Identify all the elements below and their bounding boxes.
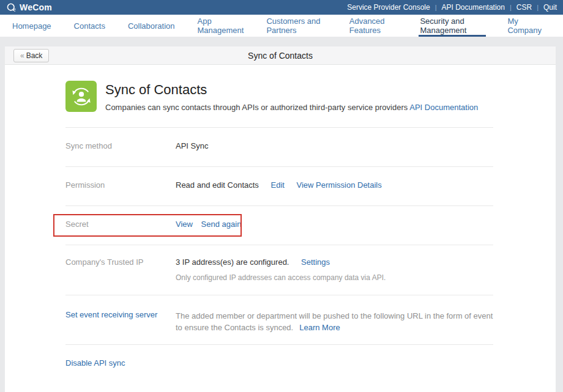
permission-value: Read and edit Contacts xyxy=(176,180,259,190)
service-provider-console-link[interactable]: Service Provider Console xyxy=(347,3,430,12)
view-secret-link[interactable]: View xyxy=(176,220,193,229)
sync-method-value: API Sync xyxy=(176,141,208,150)
topbar-links: Service Provider Console | API Documenta… xyxy=(347,3,557,12)
nav-security-and-management[interactable]: Security and Management xyxy=(419,15,486,37)
secret-label: Secret xyxy=(65,220,176,229)
separator: | xyxy=(435,4,437,11)
brand-name: WeCom xyxy=(20,2,52,12)
trusted-ip-value: 3 IP address(es) are configured. xyxy=(176,257,289,267)
separator: | xyxy=(537,4,539,11)
nav-contacts[interactable]: Contacts xyxy=(73,15,106,37)
wecom-logo-icon xyxy=(6,2,17,13)
event-server-row: Set event receiving server The added mem… xyxy=(65,295,493,345)
main-nav: Homepage Contacts Collaboration App Mana… xyxy=(0,15,563,37)
nav-collaboration[interactable]: Collaboration xyxy=(127,15,176,37)
csr-link[interactable]: CSR xyxy=(516,3,532,12)
page-background: «Back Sync of Contacts xyxy=(0,37,563,392)
edit-permission-link[interactable]: Edit xyxy=(271,180,285,190)
api-documentation-link[interactable]: API Documentation xyxy=(409,103,478,112)
sync-method-row: Sync method API Sync xyxy=(65,128,493,167)
panel-titlebar: «Back Sync of Contacts xyxy=(5,46,556,65)
send-again-link[interactable]: Send again xyxy=(201,220,242,229)
trusted-ip-label: Company's Trusted IP xyxy=(65,257,176,282)
api-documentation-link[interactable]: API Documentation xyxy=(442,3,505,12)
trusted-ip-settings-link[interactable]: Settings xyxy=(301,257,330,267)
back-label: Back xyxy=(26,51,43,60)
trusted-ip-hint: Only configured IP addresses can access … xyxy=(176,273,386,282)
view-permission-details-link[interactable]: View Permission Details xyxy=(297,180,382,190)
nav-customers-and-partners[interactable]: Customers and Partners xyxy=(265,15,327,37)
header-title: Sync of Contacts xyxy=(105,82,478,98)
nav-app-management[interactable]: App Management xyxy=(196,15,245,37)
sync-method-label: Sync method xyxy=(65,141,176,150)
secret-row: Secret View Send again xyxy=(65,206,493,245)
header-subtitle: Companies can sync contacts through APIs… xyxy=(105,103,408,112)
disable-api-sync-row: Disable API sync xyxy=(65,345,493,383)
nav-advanced-features[interactable]: Advanced Features xyxy=(348,15,399,37)
permission-row: Permission Read and edit Contacts Edit V… xyxy=(65,167,493,206)
content-panel: «Back Sync of Contacts xyxy=(5,46,556,392)
nav-homepage[interactable]: Homepage xyxy=(11,15,53,37)
back-arrow-icon: « xyxy=(20,51,24,60)
learn-more-link[interactable]: Learn More xyxy=(299,323,340,332)
sync-contacts-icon xyxy=(65,81,97,112)
content-area: Sync of Contacts Companies can sync cont… xyxy=(5,65,556,383)
quit-link[interactable]: Quit xyxy=(543,3,557,12)
wecom-brand: WeCom xyxy=(6,2,52,13)
nav-my-company[interactable]: My Company xyxy=(506,15,543,37)
set-event-server-link[interactable]: Set event receiving server xyxy=(65,310,176,333)
separator: | xyxy=(510,4,512,11)
trusted-ip-row: Company's Trusted IP 3 IP address(es) ar… xyxy=(65,245,493,295)
header-text: Sync of Contacts Companies can sync cont… xyxy=(105,81,478,112)
page-title: Sync of Contacts xyxy=(248,51,313,61)
disable-api-sync-link[interactable]: Disable API sync xyxy=(65,358,125,368)
back-button[interactable]: «Back xyxy=(13,49,49,62)
header-block: Sync of Contacts Companies can sync cont… xyxy=(65,81,493,112)
topbar: WeCom Service Provider Console | API Doc… xyxy=(0,0,563,15)
permission-label: Permission xyxy=(65,180,176,190)
